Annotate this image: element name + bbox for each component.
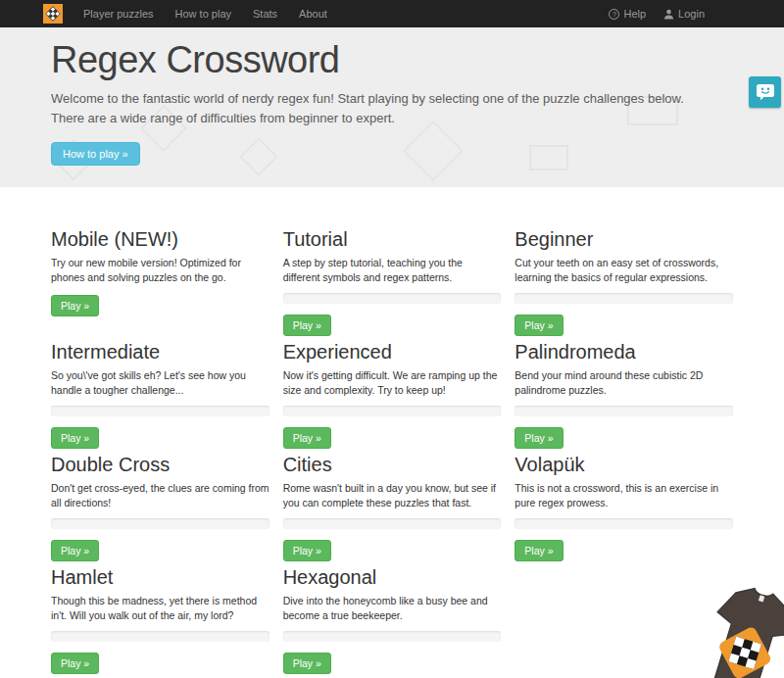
puzzle-challenges-section: Mobile (NEW!) Try our new mobile version…: [0, 187, 784, 674]
navbar-right: ?Help Login: [600, 0, 713, 27]
progress-bar: [51, 631, 270, 642]
card-double-cross: Double Cross Don't get cross-eyed, the c…: [51, 454, 270, 561]
play-button[interactable]: Play »: [514, 427, 563, 449]
play-button[interactable]: Play »: [51, 427, 99, 449]
card-experienced: Experienced Now it's getting difficult. …: [283, 341, 502, 449]
navbar-inner: Player puzzles How to play Stats About ?…: [43, 0, 741, 27]
hero-jumbotron: Regex Crossword Welcome to the fantastic…: [0, 27, 784, 187]
feedback-button[interactable]: [749, 76, 781, 108]
card-description: This is not a crossword, this is an exer…: [514, 481, 733, 510]
card-title: Double Cross: [51, 454, 270, 475]
user-icon: [663, 9, 674, 20]
card-description: Try our new mobile version! Optimized fo…: [51, 256, 270, 285]
card-description: Though this be madness, yet there is met…: [51, 594, 270, 623]
card-cities: Cities Rome wasn't built in a day you kn…: [283, 454, 502, 561]
card-title: Tutorial: [283, 228, 502, 250]
nav-item-about[interactable]: About: [288, 0, 338, 27]
play-button[interactable]: Play »: [283, 540, 331, 561]
card-description: Now it's getting difficult. We are rampi…: [283, 368, 502, 398]
login-label: Login: [678, 0, 705, 27]
card-palindromeda: Palindromeda Bend your mind around these…: [514, 341, 733, 449]
card-intermediate: Intermediate So you\'ve got skills eh? L…: [51, 341, 270, 449]
card-volapuk: Volapük This is not a crossword, this is…: [514, 454, 733, 561]
card-description: Bend your mind around these cubistic 2D …: [514, 368, 733, 398]
progress-bar: [283, 293, 502, 304]
regex-crossword-logo-icon[interactable]: [43, 4, 63, 24]
card-beginner: Beginner Cut your teeth on an easy set o…: [514, 228, 733, 336]
progress-bar: [514, 406, 733, 416]
play-button[interactable]: Play »: [514, 315, 563, 336]
card-description: Don't get cross-eyed, the clues are comi…: [51, 481, 270, 510]
progress-bar: [283, 518, 502, 529]
login-link[interactable]: Login: [655, 0, 713, 27]
how-to-play-button[interactable]: How to play »: [51, 142, 140, 166]
smiley-speech-bubble-icon: [756, 83, 775, 101]
card-description: Dive into the honeycomb like a busy bee …: [283, 594, 502, 623]
play-button[interactable]: Play »: [51, 653, 99, 674]
card-hamlet: Hamlet Though this be madness, yet there…: [51, 566, 270, 674]
progress-bar: [283, 406, 502, 416]
card-description: Rome wasn't built in a day you know, but…: [283, 481, 502, 510]
card-title: Palindromeda: [514, 341, 733, 363]
nav-item-stats[interactable]: Stats: [242, 0, 288, 27]
nav-item-how-to-play[interactable]: How to play: [165, 0, 242, 27]
hero-subtitle: Welcome to the fantastic world of nerdy …: [51, 89, 715, 128]
card-title: Cities: [283, 454, 502, 475]
nav-item-player-puzzles[interactable]: Player puzzles: [73, 0, 165, 27]
help-label: Help: [623, 0, 646, 27]
card-title: Intermediate: [51, 341, 270, 363]
help-icon: ?: [609, 9, 619, 20]
play-button[interactable]: Play »: [51, 295, 99, 316]
progress-bar: [283, 631, 502, 642]
play-button[interactable]: Play »: [283, 653, 331, 674]
card-title: Mobile (NEW!): [51, 228, 270, 250]
play-button[interactable]: Play »: [514, 540, 563, 561]
card-hexagonal: Hexagonal Dive into the honeycomb like a…: [283, 566, 502, 674]
navbar: Player puzzles How to play Stats About ?…: [0, 0, 784, 27]
card-title: Hexagonal: [283, 566, 502, 588]
card-title: Beginner: [514, 228, 733, 250]
progress-bar: [51, 518, 270, 529]
cards-grid: Mobile (NEW!) Try our new mobile version…: [51, 228, 733, 674]
card-title: Hamlet: [51, 566, 270, 588]
play-button[interactable]: Play »: [51, 540, 99, 561]
progress-bar: [514, 518, 733, 529]
page-title: Regex Crossword: [51, 39, 733, 81]
card-mobile: Mobile (NEW!) Try our new mobile version…: [51, 228, 270, 336]
card-description: A step by step tutorial, teaching you th…: [283, 256, 502, 285]
card-title: Experienced: [283, 341, 502, 363]
help-link[interactable]: ?Help: [600, 0, 655, 27]
card-description: Cut your teeth on an easy set of crosswo…: [514, 256, 733, 285]
card-tutorial: Tutorial A step by step tutorial, teachi…: [283, 228, 502, 336]
card-description: So you\'ve got skills eh? Let's see how …: [51, 368, 270, 398]
progress-bar: [514, 293, 733, 304]
card-title: Volapük: [514, 454, 733, 475]
play-button[interactable]: Play »: [283, 427, 331, 449]
play-button[interactable]: Play »: [283, 315, 331, 336]
progress-bar: [51, 406, 270, 416]
